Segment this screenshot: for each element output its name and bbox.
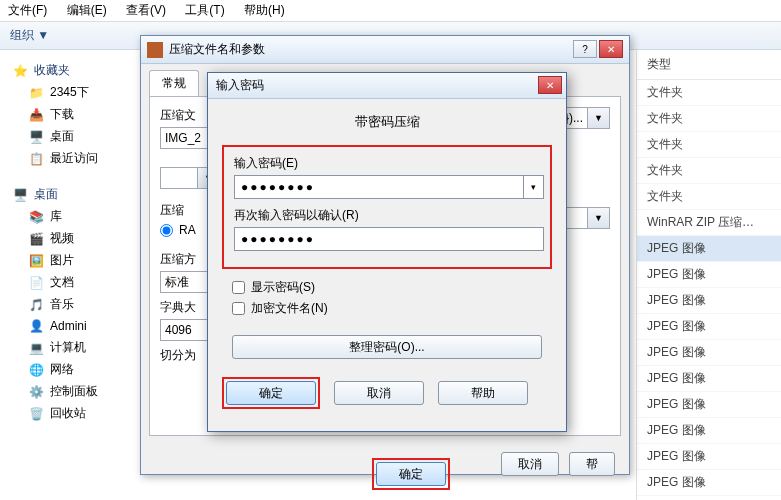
sidebar-item-network[interactable]: 🌐网络 bbox=[4, 359, 146, 380]
menu-tools[interactable]: 工具(T) bbox=[185, 3, 224, 17]
highlight-box: 输入密码(E) ●●●●●●●● ▾ 再次输入密码以确认(R) ●●●●●●●● bbox=[222, 145, 552, 269]
highlight-box: 确定 bbox=[372, 458, 450, 490]
type-cell[interactable]: 文件夹 bbox=[637, 158, 781, 184]
sidebar-item-downloads[interactable]: 📥下载 bbox=[4, 104, 146, 125]
favorites-header[interactable]: ⭐ 收藏夹 bbox=[4, 56, 146, 81]
type-cell[interactable]: JPEG 图像 bbox=[637, 314, 781, 340]
chevron-down-icon: ▼ bbox=[587, 108, 609, 128]
video-icon: 🎬 bbox=[28, 231, 44, 247]
close-button[interactable]: ✕ bbox=[599, 40, 623, 58]
folder-icon: 📁 bbox=[28, 85, 44, 101]
sidebar-item-documents[interactable]: 📄文档 bbox=[4, 272, 146, 293]
menu-edit[interactable]: 编辑(E) bbox=[67, 3, 107, 17]
dlg2-ok-button[interactable]: 确定 bbox=[226, 381, 316, 405]
type-cell[interactable]: 文件夹 bbox=[637, 184, 781, 210]
sidebar-item-videos[interactable]: 🎬视频 bbox=[4, 228, 146, 249]
type-cell[interactable]: JPEG 图像 bbox=[637, 366, 781, 392]
password-confirm-input[interactable]: ●●●●●●●● bbox=[234, 227, 544, 251]
sidebar-item-desktop[interactable]: 🖥️桌面 bbox=[4, 126, 146, 147]
dlg1-ok-button[interactable]: 确定 bbox=[376, 462, 446, 486]
type-cell[interactable]: JPEG 图像 bbox=[637, 262, 781, 288]
star-icon: ⭐ bbox=[12, 63, 28, 79]
password-input[interactable]: ●●●●●●●● ▾ bbox=[234, 175, 544, 199]
control-panel-icon: ⚙️ bbox=[28, 384, 44, 400]
network-icon: 🌐 bbox=[28, 362, 44, 378]
type-cell[interactable]: JPEG 图像 bbox=[637, 470, 781, 496]
menubar: 文件(F) 编辑(E) 查看(V) 工具(T) 帮助(H) bbox=[0, 0, 781, 22]
chevron-down-icon: ▼ bbox=[587, 208, 609, 228]
library-icon: 📚 bbox=[28, 209, 44, 225]
dlg1-cancel-button[interactable]: 取消 bbox=[501, 452, 559, 476]
type-cell[interactable]: JPEG 图像 bbox=[637, 418, 781, 444]
user-icon: 👤 bbox=[28, 318, 44, 334]
tab-general[interactable]: 常规 bbox=[149, 70, 199, 96]
type-cell[interactable]: JPEG 图像 bbox=[637, 236, 781, 262]
recycle-icon: 🗑️ bbox=[28, 406, 44, 422]
desktop-icon: 🖥️ bbox=[28, 129, 44, 145]
desktop-icon: 🖥️ bbox=[12, 187, 28, 203]
type-cell[interactable]: 文件夹 bbox=[637, 80, 781, 106]
password-dialog-title: 输入密码 bbox=[216, 77, 264, 94]
document-icon: 📄 bbox=[28, 275, 44, 291]
update-combo[interactable]: ▼ bbox=[560, 207, 610, 229]
dlg2-cancel-button[interactable]: 取消 bbox=[334, 381, 424, 405]
show-password-checkbox[interactable]: 显示密码(S) bbox=[232, 279, 552, 296]
recent-icon: 📋 bbox=[28, 151, 44, 167]
winrar-icon bbox=[147, 42, 163, 58]
desktop-header[interactable]: 🖥️ 桌面 bbox=[4, 180, 146, 205]
help-button[interactable]: ? bbox=[573, 40, 597, 58]
archive-dialog-titlebar[interactable]: 压缩文件名和参数 ? ✕ bbox=[141, 36, 629, 64]
type-cell[interactable]: 文件夹 bbox=[637, 132, 781, 158]
type-cell[interactable]: JPEG 图像 bbox=[637, 288, 781, 314]
organize-passwords-button[interactable]: 整理密码(O)... bbox=[232, 335, 542, 359]
sidebar-item-2345[interactable]: 📁2345下 bbox=[4, 82, 146, 103]
menu-file[interactable]: 文件(F) bbox=[8, 3, 47, 17]
sidebar-item-pictures[interactable]: 🖼️图片 bbox=[4, 250, 146, 271]
type-cell[interactable]: JPEG 图像 bbox=[637, 444, 781, 470]
password-confirm-label: 再次输入密码以确认(R) bbox=[234, 207, 540, 224]
type-cell[interactable]: JPEG 图像 bbox=[637, 392, 781, 418]
format-rar-radio[interactable] bbox=[160, 224, 173, 237]
picture-icon: 🖼️ bbox=[28, 253, 44, 269]
organize-button[interactable]: 组织 ▼ bbox=[10, 27, 49, 44]
browse-combo[interactable]: })...▼ bbox=[560, 107, 610, 129]
chevron-down-icon: ▾ bbox=[523, 176, 543, 198]
dlg2-help-button[interactable]: 帮助 bbox=[438, 381, 528, 405]
music-icon: 🎵 bbox=[28, 297, 44, 313]
dlg1-help-button[interactable]: 帮 bbox=[569, 452, 615, 476]
sidebar-item-libraries[interactable]: 📚库 bbox=[4, 206, 146, 227]
password-heading: 带密码压缩 bbox=[222, 113, 552, 131]
encrypt-names-checkbox[interactable]: 加密文件名(N) bbox=[232, 300, 552, 317]
type-cell[interactable]: 文件夹 bbox=[637, 106, 781, 132]
menu-help[interactable]: 帮助(H) bbox=[244, 3, 285, 17]
sidebar: ⭐ 收藏夹 📁2345下 📥下载 🖥️桌面 📋最近访问 🖥️ 桌面 📚库 🎬视频… bbox=[0, 50, 150, 500]
sidebar-item-control-panel[interactable]: ⚙️控制面板 bbox=[4, 381, 146, 402]
archive-dialog-title: 压缩文件名和参数 bbox=[169, 41, 265, 58]
highlight-box: 确定 bbox=[222, 377, 320, 409]
sidebar-item-recycle[interactable]: 🗑️回收站 bbox=[4, 403, 146, 424]
type-cell[interactable]: WinRAR ZIP 压缩… bbox=[637, 210, 781, 236]
type-column-header[interactable]: 类型 bbox=[637, 50, 781, 80]
type-column: 类型 文件夹文件夹文件夹文件夹文件夹WinRAR ZIP 压缩…JPEG 图像J… bbox=[636, 50, 781, 500]
sidebar-item-admin[interactable]: 👤Admini bbox=[4, 316, 146, 336]
close-button[interactable]: ✕ bbox=[538, 76, 562, 94]
menu-view[interactable]: 查看(V) bbox=[126, 3, 166, 17]
sidebar-item-recent[interactable]: 📋最近访问 bbox=[4, 148, 146, 169]
password-dialog: 输入密码 ✕ 带密码压缩 输入密码(E) ●●●●●●●● ▾ 再次输入密码以确… bbox=[207, 72, 567, 432]
password-label: 输入密码(E) bbox=[234, 155, 540, 172]
sidebar-item-music[interactable]: 🎵音乐 bbox=[4, 294, 146, 315]
computer-icon: 💻 bbox=[28, 340, 44, 356]
type-cell[interactable]: JPEG 图像 bbox=[637, 340, 781, 366]
password-dialog-titlebar[interactable]: 输入密码 ✕ bbox=[208, 73, 566, 99]
sidebar-item-computer[interactable]: 💻计算机 bbox=[4, 337, 146, 358]
download-icon: 📥 bbox=[28, 107, 44, 123]
